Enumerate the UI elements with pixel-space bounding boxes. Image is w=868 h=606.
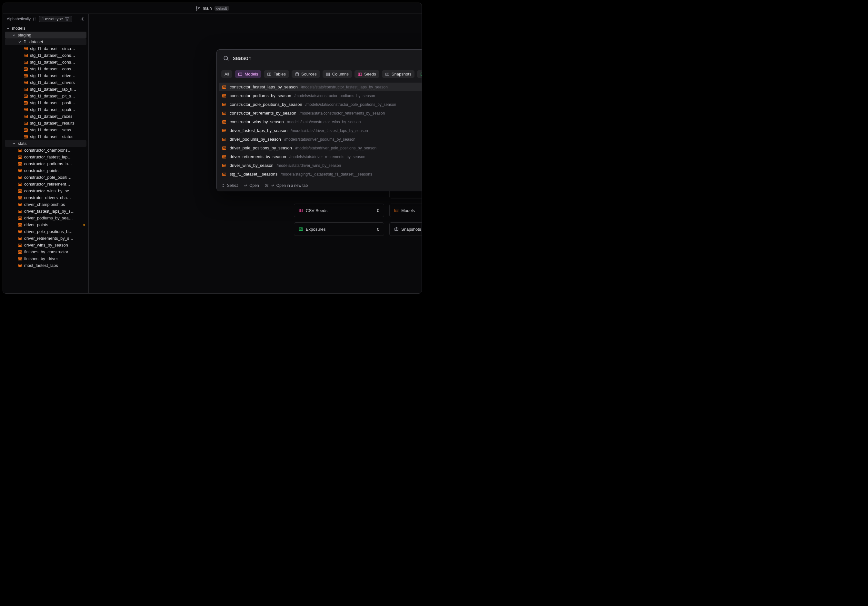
svg-rect-13 bbox=[24, 108, 28, 111]
palette-results: constructor_fastest_laps_by_season/model… bbox=[217, 81, 422, 180]
item-label: driver_championships bbox=[24, 202, 65, 207]
tree-row[interactable]: stg_f1_dataset__posit… bbox=[5, 99, 87, 106]
palette-result[interactable]: driver_pole_positions_by_season/models/s… bbox=[219, 144, 422, 152]
tree-row[interactable]: driver_retirements_by_s… bbox=[5, 235, 87, 242]
tree-row[interactable]: stg_f1_dataset__lap_ti… bbox=[5, 86, 87, 93]
svg-rect-29 bbox=[19, 223, 22, 226]
folder-label: models bbox=[12, 26, 25, 31]
palette-result[interactable]: driver_retirements_by_season/models/stat… bbox=[219, 152, 422, 161]
tree-row[interactable]: stg_f1_dataset__quali… bbox=[5, 106, 87, 113]
svg-rect-58 bbox=[223, 164, 226, 167]
svg-rect-30 bbox=[19, 230, 22, 233]
tree-row[interactable]: driver_pole_positions_b… bbox=[5, 228, 87, 235]
tree-row[interactable]: stats bbox=[5, 140, 87, 147]
palette-result[interactable]: constructor_podiums_by_season/models/sta… bbox=[219, 91, 422, 100]
palette-result[interactable]: stg_f1_dataset__seasons/models/staging/f… bbox=[219, 170, 422, 179]
item-label: stg_f1_dataset__seas… bbox=[30, 127, 75, 132]
tree-row[interactable]: stg_f1_dataset__drivers bbox=[5, 79, 87, 86]
tree-row[interactable]: staging bbox=[5, 32, 87, 39]
tree-row[interactable]: stg_f1_dataset__races bbox=[5, 113, 87, 120]
filter-chip-all[interactable]: All bbox=[221, 70, 232, 78]
filter-chip-exposures[interactable]: Exposures bbox=[417, 70, 422, 78]
palette-search-row bbox=[217, 50, 422, 67]
tree-row[interactable]: stg_f1_dataset__status bbox=[5, 133, 87, 140]
gear-icon[interactable] bbox=[80, 17, 85, 21]
item-label: driver_podiums_by_sea… bbox=[24, 216, 73, 221]
tree-row[interactable]: stg_f1_dataset__circu… bbox=[5, 45, 87, 52]
palette-result[interactable]: driver_wins_by_season/models/stats/drive… bbox=[219, 161, 422, 170]
stat-card-models[interactable]: Models 39 ( 1 ) bbox=[389, 204, 422, 217]
stat-card-seeds[interactable]: CSV Seeds 0 bbox=[294, 204, 384, 217]
tree-row[interactable]: constructor_retirement… bbox=[5, 181, 87, 188]
tree-row[interactable]: driver_wins_by_season bbox=[5, 242, 87, 249]
sort-dropdown[interactable]: Alphabetically bbox=[7, 17, 36, 21]
exposure-icon bbox=[299, 227, 303, 232]
model-icon bbox=[18, 175, 22, 180]
svg-rect-35 bbox=[19, 264, 22, 267]
branch-name[interactable]: main bbox=[203, 6, 212, 11]
tree-row[interactable]: constructor_champions… bbox=[5, 147, 87, 154]
tree-row[interactable]: driver_podiums_by_sea… bbox=[5, 214, 87, 221]
palette-result[interactable]: constructor_wins_by_season/models/stats/… bbox=[219, 118, 422, 126]
tree-row[interactable]: most_fastest_laps bbox=[5, 262, 87, 269]
tree-row[interactable]: stg_f1_dataset__seas… bbox=[5, 126, 87, 133]
tree-row[interactable]: finishes_by_constructor bbox=[5, 249, 87, 255]
svg-rect-16 bbox=[24, 129, 28, 131]
tree-row[interactable]: stg_f1_dataset__drive… bbox=[5, 72, 87, 79]
item-label: stg_f1_dataset__pit_s… bbox=[30, 93, 75, 98]
stat-card-exposures[interactable]: Exposures 0 bbox=[294, 222, 384, 236]
svg-point-0 bbox=[196, 6, 197, 8]
tree-row[interactable]: construtor_drivers_cha… bbox=[5, 194, 87, 201]
model-icon bbox=[18, 209, 22, 214]
palette-search-input[interactable] bbox=[233, 55, 422, 62]
tree-row[interactable]: constructor_fastest_lap… bbox=[5, 154, 87, 160]
item-label: constructor_champions… bbox=[24, 148, 71, 152]
tree-row[interactable]: stg_f1_dataset__cons… bbox=[5, 59, 87, 65]
tree-row[interactable]: stg_f1_dataset__cons… bbox=[5, 52, 87, 59]
tree-row[interactable]: f1_dataset bbox=[5, 39, 87, 45]
item-label: stg_f1_dataset__posit… bbox=[30, 100, 75, 105]
sidebar-toolbar: Alphabetically 1 asset type bbox=[3, 14, 88, 24]
item-label: stg_f1_dataset__circu… bbox=[30, 46, 75, 51]
palette-result[interactable]: constructor_fastest_laps_by_season/model… bbox=[219, 82, 422, 91]
tree-row[interactable]: stg_f1_dataset__cons… bbox=[5, 65, 87, 72]
palette-result[interactable]: constructor_pole_positions_by_season/mod… bbox=[219, 100, 422, 109]
item-label: constructor_retirement… bbox=[24, 182, 70, 186]
model-icon bbox=[18, 263, 22, 268]
palette-result[interactable]: constructor_retirements_by_season/models… bbox=[219, 109, 422, 118]
filter-chip-tables[interactable]: Tables bbox=[264, 70, 289, 78]
file-tree[interactable]: modelsstagingf1_datasetstg_f1_dataset__c… bbox=[3, 24, 88, 293]
filter-chip-sources[interactable]: Sources bbox=[291, 70, 320, 78]
model-icon bbox=[222, 155, 226, 159]
svg-rect-53 bbox=[223, 120, 226, 123]
filter-chip-snapshots[interactable]: Snapshots bbox=[382, 70, 414, 78]
asset-type-filter[interactable]: 1 asset type bbox=[39, 16, 72, 22]
tree-row[interactable]: constructor_points bbox=[5, 167, 87, 174]
item-label: most_fastest_laps bbox=[24, 263, 58, 268]
palette-result[interactable]: driver_podiums_by_season/models/stats/dr… bbox=[219, 135, 422, 144]
tree-row[interactable]: constructor_podiums_b… bbox=[5, 160, 87, 167]
stat-card-snapshots[interactable]: Snapshots 0 bbox=[389, 222, 422, 236]
search-icon bbox=[223, 56, 229, 61]
tree-row[interactable]: stg_f1_dataset__results bbox=[5, 120, 87, 126]
tree-row[interactable]: driver_championships bbox=[5, 201, 87, 208]
model-icon bbox=[23, 107, 28, 112]
model-icon bbox=[394, 208, 399, 213]
tree-row[interactable]: finishes_by_driver bbox=[5, 255, 87, 262]
item-label: stg_f1_dataset__cons… bbox=[30, 60, 75, 65]
tree-row[interactable]: driver_fastest_laps_by_s… bbox=[5, 208, 87, 214]
tree-row[interactable]: models bbox=[5, 25, 87, 32]
filter-chip-seeds[interactable]: Seeds bbox=[355, 70, 379, 78]
filter-chip-models[interactable]: Models bbox=[235, 70, 261, 78]
tree-row[interactable]: constructor_pole_positi… bbox=[5, 174, 87, 181]
filter-chip-columns[interactable]: Columns bbox=[322, 70, 352, 78]
item-label: driver_pole_positions_b… bbox=[24, 229, 73, 234]
tree-row[interactable]: stg_f1_dataset__pit_s… bbox=[5, 93, 87, 99]
palette-result[interactable]: driver_fastest_laps_by_season/models/sta… bbox=[219, 126, 422, 135]
item-label: driver_wins_by_season bbox=[24, 242, 68, 247]
item-label: stg_f1_dataset__races bbox=[30, 114, 73, 119]
snapshot-icon bbox=[394, 227, 399, 232]
git-branch-icon bbox=[195, 6, 200, 11]
tree-row[interactable]: driver_points bbox=[5, 221, 87, 228]
tree-row[interactable]: constructor_wins_by_se… bbox=[5, 188, 87, 194]
